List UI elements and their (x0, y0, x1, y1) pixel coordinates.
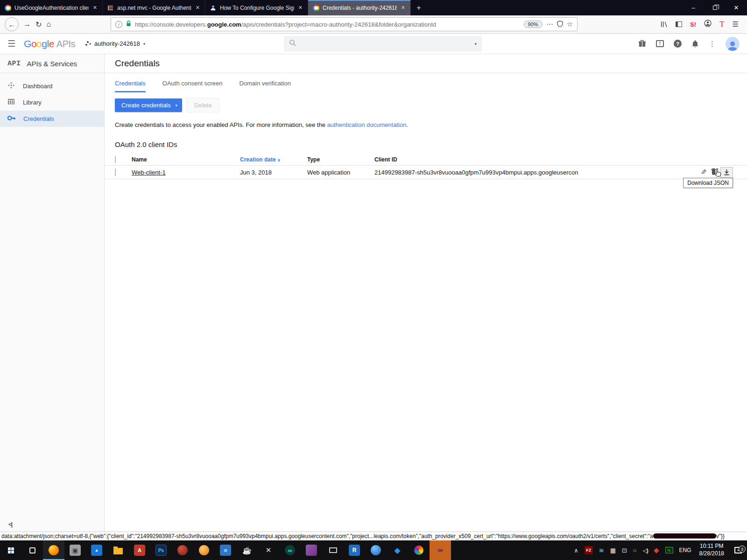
photos-icon: ▲ (91, 545, 102, 556)
feedback-icon[interactable]: ! (656, 40, 664, 47)
taskbar-app-blue[interactable] (365, 540, 387, 560)
volume-tray-icon[interactable]: ◁) (643, 547, 648, 554)
tab-domain-verification[interactable]: Domain verification (239, 80, 291, 92)
console-nav-menu-icon[interactable]: ☰ (7, 38, 15, 49)
page-actions-icon[interactable]: ⋯ (546, 20, 553, 28)
network-tray-icon[interactable]: ⊡ (622, 547, 627, 554)
taskbar-app-orange[interactable] (193, 540, 215, 560)
taskbar-infinity-app[interactable]: ∞ (279, 540, 301, 560)
forward-button[interactable]: → (23, 20, 31, 28)
notifications-bell-icon[interactable] (691, 40, 699, 48)
reload-button[interactable]: ↻ (35, 20, 42, 29)
select-all-checkbox[interactable] (115, 156, 116, 163)
project-selector[interactable]: authority-242618 ▾ (85, 40, 145, 47)
row-checkbox[interactable] (115, 168, 116, 176)
taskbar-diamond-app[interactable]: ◆ (387, 540, 408, 560)
sidebar-item-credentials[interactable]: Credentials (0, 111, 104, 127)
tab-title: UseGoogleAuthentication clien (14, 5, 89, 11)
start-button[interactable] (0, 540, 21, 560)
shield-icon[interactable] (557, 21, 563, 28)
new-tab-button[interactable]: + (411, 0, 427, 15)
sidebar-item-label: Library (23, 99, 42, 106)
taskbar-photoshop[interactable]: Ps (150, 540, 172, 560)
tab-oauth-consent-screen[interactable]: OAuth consent screen (162, 80, 223, 92)
column-header-creation-date[interactable]: Creation date ∨ (240, 156, 307, 163)
delete-button[interactable]: Delete (187, 98, 219, 112)
taskbar-clock[interactable]: 10:11 PM 8/28/2018 (698, 543, 726, 557)
database-tray-icon[interactable]: ≋ (599, 547, 604, 554)
action-center-button[interactable]: ≡ 3 (732, 547, 744, 553)
mouse-tray-icon[interactable]: ○ (633, 547, 637, 554)
create-credentials-button[interactable]: Create credentials ▾ (115, 98, 182, 112)
sidebar-collapse-icon[interactable]: <| (8, 521, 12, 528)
tab-close-icon[interactable]: ✕ (92, 5, 98, 11)
browser-tab-3[interactable]: How To Configure Google Sign ✕ (205, 0, 308, 15)
taskbar-doc-app[interactable]: A (129, 540, 150, 560)
close-button[interactable]: ✕ (726, 0, 747, 15)
taskbar-file-explorer[interactable] (107, 540, 129, 560)
taskbar-app-purple[interactable] (301, 540, 322, 560)
lock-icon (126, 21, 131, 28)
tab-close-icon[interactable]: ✕ (297, 5, 303, 11)
hamburger-menu-icon[interactable]: ☰ (733, 20, 739, 28)
edit-pencil-icon[interactable]: ✎ (701, 168, 707, 176)
notification-badge: 3 (739, 546, 746, 553)
taskbar-photos[interactable]: ▲ (86, 540, 107, 560)
taskbar-doc-blue[interactable]: ≡ (215, 540, 236, 560)
taskbar-r-app[interactable]: R (344, 540, 365, 560)
search-scope-caret-icon[interactable]: ▾ (474, 42, 477, 46)
device-tray-icon[interactable]: ▦ (610, 547, 616, 554)
browser-tab-4-active[interactable]: Credentials - authority-242618 ✕ (308, 0, 411, 15)
tab-close-icon[interactable]: ✕ (195, 5, 201, 11)
gift-icon[interactable] (638, 40, 646, 48)
chevron-down-icon: ▾ (176, 103, 178, 108)
library-books-icon (7, 98, 15, 107)
taskbar-firefox[interactable] (43, 540, 64, 560)
google-g-favicon-icon (312, 4, 319, 11)
console-search-input[interactable]: ▾ (284, 36, 482, 51)
taskbar-x-app[interactable]: ✕ (258, 540, 279, 560)
bookmark-star-icon[interactable]: ☆ (567, 20, 573, 28)
restore-button[interactable] (704, 0, 726, 15)
account-icon[interactable] (704, 20, 712, 29)
account-avatar[interactable] (726, 37, 740, 51)
help-icon[interactable]: ? (674, 40, 682, 48)
sidebar-item-library[interactable]: Library (0, 94, 104, 111)
taskbar-remote-desktop[interactable] (322, 540, 344, 560)
taskbar-java[interactable]: ☕ (236, 540, 258, 560)
taskbar-app-red[interactable] (172, 540, 193, 560)
browser-tab-1[interactable]: UseGoogleAuthentication clien ✕ (0, 0, 103, 15)
task-manager-tray-icon[interactable]: ∿ (665, 547, 673, 553)
taskbar-visual-studio-active[interactable]: ∞ (430, 540, 451, 560)
sidebar-toggle-icon[interactable] (676, 21, 682, 27)
taskbar-capture[interactable]: ▣ (64, 540, 86, 560)
url-bar[interactable]: i https://console.developers.google.com/… (111, 17, 578, 31)
tab-close-icon[interactable]: ✕ (400, 5, 406, 11)
sidebar-item-label: Dashboard (23, 83, 53, 90)
extension-t-icon[interactable]: T (719, 20, 724, 29)
authentication-documentation-link[interactable]: authentication documentation (327, 121, 407, 128)
language-indicator[interactable]: ENG (679, 547, 691, 553)
page-title: Credentials (105, 54, 747, 73)
minimize-button[interactable]: – (683, 0, 704, 15)
sidebar-item-dashboard[interactable]: Dashboard (0, 78, 104, 94)
client-name-link[interactable]: Web-client-1 (132, 169, 166, 176)
zoom-level-badge[interactable]: 90% (524, 21, 543, 28)
taskbar-pinwheel-app[interactable] (408, 540, 430, 560)
tab-credentials[interactable]: Credentials (115, 80, 146, 92)
chevron-down-icon: ▾ (143, 42, 146, 46)
task-view-button[interactable] (21, 540, 43, 560)
search-icon (289, 39, 296, 49)
browser-tab-2[interactable]: asp.net mvc - Google Authenti ✕ (103, 0, 205, 15)
url-text[interactable]: https://console.developers.google.com/ap… (135, 21, 520, 28)
red-diamond-tray-icon[interactable]: ◆ (654, 546, 659, 554)
filezilla-tray-icon[interactable]: FZ (585, 546, 593, 554)
page-info-icon[interactable]: i (115, 21, 122, 28)
browser-tab-bar: UseGoogleAuthentication clien ✕ asp.net … (0, 0, 747, 15)
overflow-menu-icon[interactable]: ⋮ (709, 40, 716, 48)
extension-s-icon[interactable]: S! (690, 21, 696, 28)
home-button[interactable]: ⌂ (46, 20, 51, 28)
library-icon[interactable] (661, 21, 668, 28)
tray-chevron-up-icon[interactable]: ∧ (574, 547, 578, 554)
back-button[interactable]: ← (5, 17, 19, 31)
